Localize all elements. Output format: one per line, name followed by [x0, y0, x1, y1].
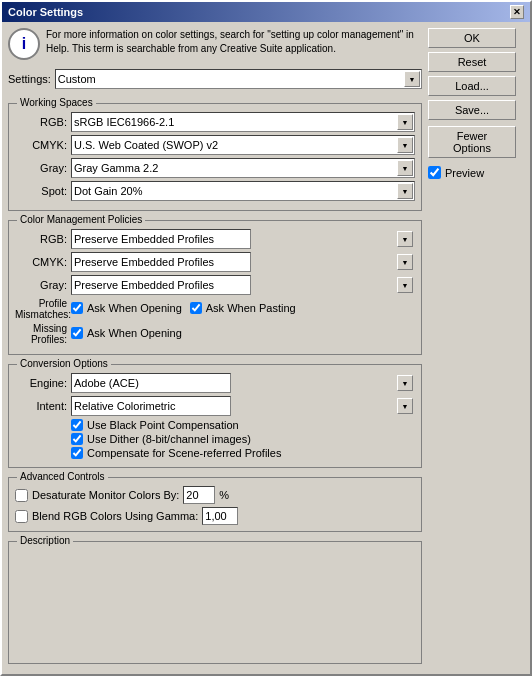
desaturate-unit: % — [219, 489, 229, 501]
scene-checkbox[interactable] — [71, 447, 83, 459]
engine-row: Engine: Adobe (ACE) ▼ — [15, 373, 415, 393]
conversion-legend: Conversion Options — [17, 358, 111, 369]
fewer-options-button[interactable]: Fewer Options — [428, 126, 516, 158]
desaturate-row: Desaturate Monitor Colors By: % — [15, 486, 415, 504]
policy-cmyk-label: CMYK: — [15, 256, 67, 268]
settings-label: Settings: — [8, 73, 51, 85]
color-management-group: Color Management Policies RGB: Preserve … — [8, 220, 422, 355]
info-text: For more information on color settings, … — [46, 28, 422, 56]
missing-ask-opening: Ask When Opening — [71, 327, 182, 339]
dither-label: Use Dither (8-bit/channel images) — [87, 433, 251, 445]
ask-pasting: Ask When Pasting — [190, 302, 296, 314]
dither-row: Use Dither (8-bit/channel images) — [71, 433, 415, 445]
policy-rgb-select[interactable]: Preserve Embedded Profiles — [71, 229, 251, 249]
mismatches-label: Profile Mismatches: — [15, 298, 67, 320]
advanced-controls-group: Advanced Controls Desaturate Monitor Col… — [8, 477, 422, 532]
intent-label: Intent: — [15, 400, 67, 412]
missing-label: Missing Profiles: — [15, 323, 67, 345]
policy-cmyk-select[interactable]: Preserve Embedded Profiles — [71, 252, 251, 272]
missing-ask-opening-label: Ask When Opening — [87, 327, 182, 339]
intent-arrow-icon: ▼ — [397, 398, 413, 414]
scene-row: Compensate for Scene-referred Profiles — [71, 447, 415, 459]
left-panel: i For more information on color settings… — [8, 28, 422, 668]
gray-label: Gray: — [15, 162, 67, 174]
policy-gray-label: Gray: — [15, 279, 67, 291]
save-button[interactable]: Save... — [428, 100, 516, 120]
settings-row: Settings: Custom ▼ — [8, 69, 422, 89]
preview-label: Preview — [445, 167, 484, 179]
black-point-checkbox[interactable] — [71, 419, 83, 431]
mismatches-row: Profile Mismatches: Ask When Opening Ask… — [15, 298, 415, 320]
settings-select[interactable]: Custom — [55, 69, 422, 89]
policy-rgb-label: RGB: — [15, 233, 67, 245]
black-point-label: Use Black Point Compensation — [87, 419, 239, 431]
policy-cmyk-arrow-icon: ▼ — [397, 254, 413, 270]
desaturate-label: Desaturate Monitor Colors By: — [32, 489, 179, 501]
conversion-options-group: Conversion Options Engine: Adobe (ACE) ▼… — [8, 364, 422, 468]
ask-opening-mismatch-checkbox[interactable] — [71, 302, 83, 314]
cmyk-select[interactable]: U.S. Web Coated (SWOP) v2 — [71, 135, 415, 155]
spot-row: Spot: Dot Gain 20% ▼ — [15, 181, 415, 201]
intent-row: Intent: Relative Colorimetric ▼ — [15, 396, 415, 416]
engine-select-wrapper: Adobe (ACE) ▼ — [71, 373, 415, 393]
settings-select-wrapper: Custom ▼ — [55, 69, 422, 89]
engine-arrow-icon: ▼ — [397, 375, 413, 391]
ask-opening-mismatch-label: Ask When Opening — [87, 302, 182, 314]
mismatches-checkboxes: Ask When Opening Ask When Pasting — [71, 302, 296, 316]
intent-select-wrapper: Relative Colorimetric ▼ — [71, 396, 415, 416]
policy-rgb-row: RGB: Preserve Embedded Profiles ▼ — [15, 229, 415, 249]
black-point-row: Use Black Point Compensation — [71, 419, 415, 431]
desaturate-checkbox[interactable] — [15, 489, 28, 502]
blend-checkbox[interactable] — [15, 510, 28, 523]
color-management-legend: Color Management Policies — [17, 214, 145, 225]
blend-input[interactable] — [202, 507, 238, 525]
policy-gray-select[interactable]: Preserve Embedded Profiles — [71, 275, 251, 295]
rgb-label: RGB: — [15, 116, 67, 128]
reset-button[interactable]: Reset — [428, 52, 516, 72]
preview-checkbox[interactable] — [428, 166, 441, 179]
rgb-select[interactable]: sRGB IEC61966-2.1 — [71, 112, 415, 132]
cmyk-row: CMYK: U.S. Web Coated (SWOP) v2 ▼ — [15, 135, 415, 155]
dither-checkbox[interactable] — [71, 433, 83, 445]
cmyk-select-wrapper: U.S. Web Coated (SWOP) v2 ▼ — [71, 135, 415, 155]
cmyk-label: CMYK: — [15, 139, 67, 151]
main-content: i For more information on color settings… — [2, 22, 530, 674]
policy-gray-row: Gray: Preserve Embedded Profiles ▼ — [15, 275, 415, 295]
ok-button[interactable]: OK — [428, 28, 516, 48]
load-button[interactable]: Load... — [428, 76, 516, 96]
description-legend: Description — [17, 535, 73, 546]
blend-label: Blend RGB Colors Using Gamma: — [32, 510, 198, 522]
info-row: i For more information on color settings… — [8, 28, 422, 60]
right-panel: OK Reset Load... Save... Fewer Options P… — [428, 28, 524, 668]
missing-ask-opening-checkbox[interactable] — [71, 327, 83, 339]
spot-label: Spot: — [15, 185, 67, 197]
working-spaces-legend: Working Spaces — [17, 97, 96, 108]
title-bar: Color Settings ✕ — [2, 2, 530, 22]
color-settings-window: Color Settings ✕ i For more information … — [0, 0, 532, 676]
missing-row: Missing Profiles: Ask When Opening — [15, 323, 415, 345]
spot-select-wrapper: Dot Gain 20% ▼ — [71, 181, 415, 201]
ask-pasting-label: Ask When Pasting — [206, 302, 296, 314]
working-spaces-group: Working Spaces RGB: sRGB IEC61966-2.1 ▼ … — [8, 103, 422, 211]
intent-select[interactable]: Relative Colorimetric — [71, 396, 231, 416]
engine-select[interactable]: Adobe (ACE) — [71, 373, 231, 393]
policy-cmyk-select-wrapper: Preserve Embedded Profiles ▼ — [71, 252, 415, 272]
policy-gray-arrow-icon: ▼ — [397, 277, 413, 293]
advanced-legend: Advanced Controls — [17, 471, 108, 482]
spot-select[interactable]: Dot Gain 20% — [71, 181, 415, 201]
gray-select[interactable]: Gray Gamma 2.2 — [71, 158, 415, 178]
window-title: Color Settings — [8, 6, 83, 18]
rgb-select-wrapper: sRGB IEC61966-2.1 ▼ — [71, 112, 415, 132]
desaturate-input[interactable] — [183, 486, 215, 504]
preview-row: Preview — [428, 166, 524, 179]
policy-rgb-select-wrapper: Preserve Embedded Profiles ▼ — [71, 229, 415, 249]
gray-select-wrapper: Gray Gamma 2.2 ▼ — [71, 158, 415, 178]
policy-rgb-arrow-icon: ▼ — [397, 231, 413, 247]
gray-row: Gray: Gray Gamma 2.2 ▼ — [15, 158, 415, 178]
ask-pasting-checkbox[interactable] — [190, 302, 202, 314]
policy-cmyk-row: CMYK: Preserve Embedded Profiles ▼ — [15, 252, 415, 272]
policy-gray-select-wrapper: Preserve Embedded Profiles ▼ — [71, 275, 415, 295]
ask-opening-mismatch: Ask When Opening — [71, 302, 182, 314]
engine-label: Engine: — [15, 377, 67, 389]
close-button[interactable]: ✕ — [510, 5, 524, 19]
